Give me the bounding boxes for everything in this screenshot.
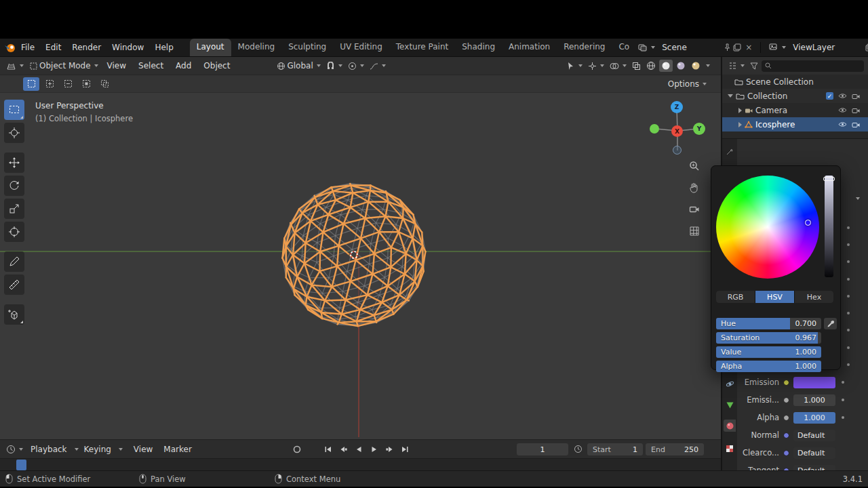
animate-dot[interactable] xyxy=(847,312,850,314)
transform-tool[interactable] xyxy=(4,222,24,242)
menu-select[interactable]: Select xyxy=(133,59,169,73)
select-mode-invert-button[interactable] xyxy=(78,77,94,91)
hide-eye-icon[interactable] xyxy=(838,107,847,113)
animate-dot[interactable] xyxy=(842,416,844,419)
toggle-grid-icon[interactable] xyxy=(686,223,703,239)
select-mode-extend-button[interactable] xyxy=(41,77,58,91)
animate-dot[interactable] xyxy=(842,381,844,384)
shading-solid-button[interactable] xyxy=(659,60,673,72)
unlink-scene-icon[interactable]: × xyxy=(743,43,754,52)
outliner-search-input[interactable] xyxy=(762,60,864,72)
workspace-tab-layout[interactable]: Layout xyxy=(190,39,231,56)
shading-wireframe-button[interactable] xyxy=(644,60,658,72)
normal-input-field[interactable]: Default xyxy=(793,430,835,441)
new-viewlayer-icon[interactable] xyxy=(865,43,868,52)
collection-checkbox[interactable]: ✓ xyxy=(826,92,833,100)
hide-eye-icon[interactable] xyxy=(838,93,847,99)
shading-dropdown[interactable] xyxy=(706,64,710,67)
navigation-gizmo[interactable]: Z Y X xyxy=(643,97,708,162)
new-scene-icon[interactable] xyxy=(733,43,741,52)
filter-icon[interactable] xyxy=(750,62,758,70)
menu-render[interactable]: Render xyxy=(66,41,106,54)
rotate-tool[interactable] xyxy=(4,176,24,196)
color-wheel-cursor[interactable] xyxy=(805,220,811,226)
menu-view[interactable]: View xyxy=(102,59,132,73)
alpha-slider[interactable]: 1.000 xyxy=(793,412,835,424)
gizmo-y-axis[interactable]: Y xyxy=(693,123,705,135)
menu-help[interactable]: Help xyxy=(149,41,178,54)
jump-to-start-button[interactable] xyxy=(321,444,334,455)
color-wheel[interactable] xyxy=(716,176,819,279)
animate-dot[interactable] xyxy=(847,295,850,298)
eyedropper-icon[interactable] xyxy=(824,318,837,329)
animate-dot[interactable] xyxy=(847,346,850,349)
snap-toggle[interactable] xyxy=(324,60,344,72)
workspace-tab-texture-paint[interactable]: Texture Paint xyxy=(389,39,455,56)
menu-add[interactable]: Add xyxy=(170,59,197,73)
workspace-tab-shading[interactable]: Shading xyxy=(455,39,502,56)
gizmo-y-negative-axis[interactable] xyxy=(650,124,659,134)
gizmo-z-negative-axis[interactable] xyxy=(673,146,682,155)
falloff-dropdown[interactable] xyxy=(368,60,388,72)
menu-playback[interactable]: Playback xyxy=(25,443,73,456)
tab-hsv[interactable]: HSV xyxy=(755,291,794,303)
scene-name[interactable]: Scene xyxy=(659,43,722,52)
gizmo-z-axis[interactable]: Z xyxy=(671,101,683,113)
cursor-tool[interactable] xyxy=(4,123,24,143)
hide-eye-icon[interactable] xyxy=(838,121,847,127)
measure-tool[interactable] xyxy=(4,274,24,295)
value-slider-bar[interactable] xyxy=(825,176,833,277)
emission-strength-field[interactable]: 1.000 xyxy=(793,394,835,406)
saturation-slider[interactable]: Saturation0.967 xyxy=(716,332,821,344)
camera-view-icon[interactable] xyxy=(686,201,703,218)
transform-orientation-dropdown[interactable]: Global xyxy=(275,60,322,72)
shading-rendered-button[interactable] xyxy=(689,60,703,72)
panel-collapse-chevron[interactable] xyxy=(856,197,860,200)
tab-physics[interactable] xyxy=(724,378,736,390)
animate-dot[interactable] xyxy=(847,226,850,229)
gizmos-toggle[interactable] xyxy=(586,60,606,72)
pan-hand-icon[interactable] xyxy=(686,180,703,196)
scene-browse-dropdown[interactable] xyxy=(636,42,657,53)
tangent-input-field[interactable]: Default xyxy=(793,465,835,471)
play-button[interactable] xyxy=(368,444,380,455)
hue-slider[interactable]: Hue0.700 xyxy=(716,318,821,329)
blender-logo-icon[interactable] xyxy=(4,43,16,53)
menu-edit[interactable]: Edit xyxy=(40,41,66,54)
viewlayer-name[interactable]: ViewLayer xyxy=(790,43,863,52)
current-frame-field[interactable]: 1 xyxy=(517,443,568,455)
editor-type-button[interactable] xyxy=(4,60,26,72)
mode-dropdown[interactable]: Object Mode xyxy=(27,60,100,72)
pin-icon[interactable] xyxy=(724,43,731,52)
shading-material-button[interactable] xyxy=(674,60,688,72)
tab-material[interactable] xyxy=(724,420,736,432)
use-preview-range-icon[interactable] xyxy=(574,445,583,453)
outliner-row-icosphere[interactable]: Icosphere xyxy=(722,117,868,131)
frame-end-field[interactable]: End 250 xyxy=(646,443,704,455)
workspace-tab-animation[interactable]: Animation xyxy=(502,39,557,56)
proportional-editing-toggle[interactable] xyxy=(346,60,366,72)
viewport-3d[interactable]: User Perspective (1) Collection | Icosph… xyxy=(0,93,721,439)
annotate-tool[interactable] xyxy=(4,251,24,272)
animate-dot[interactable] xyxy=(847,278,850,281)
animate-dot[interactable] xyxy=(847,260,850,263)
value-slider-knob[interactable] xyxy=(823,177,835,181)
gizmo-x-axis[interactable]: X xyxy=(671,125,683,137)
workspace-tab-uv-editing[interactable]: UV Editing xyxy=(333,39,389,56)
select-mode-intersect-button[interactable] xyxy=(96,77,113,91)
tab-rgb[interactable]: RGB xyxy=(716,291,755,303)
animate-dot[interactable] xyxy=(842,399,844,401)
add-cube-tool[interactable] xyxy=(4,304,24,325)
outliner-row-collection[interactable]: Collection ✓ xyxy=(722,89,868,103)
menu-keying[interactable]: Keying xyxy=(79,443,117,456)
tab-object-data[interactable] xyxy=(724,399,736,411)
playhead[interactable] xyxy=(16,460,26,470)
previous-keyframe-button[interactable] xyxy=(336,444,349,455)
tab-tool[interactable] xyxy=(724,146,736,158)
value-slider[interactable]: Value1.000 xyxy=(716,346,821,358)
alpha-slider-popup[interactable]: Alpha1.000 xyxy=(716,361,821,372)
zoom-icon[interactable] xyxy=(686,158,703,174)
jump-to-end-button[interactable] xyxy=(399,444,412,455)
move-tool[interactable] xyxy=(4,152,24,173)
xray-toggle[interactable] xyxy=(630,60,643,72)
